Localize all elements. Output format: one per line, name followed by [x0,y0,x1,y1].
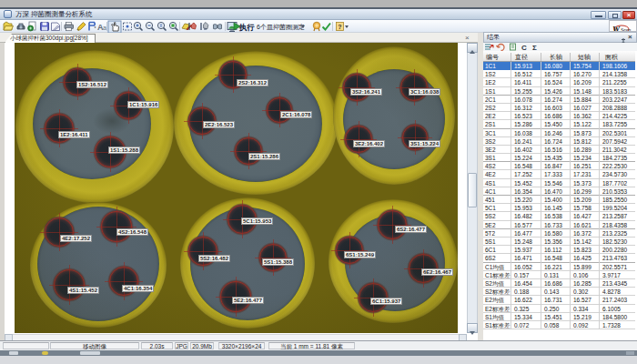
svg-text:a: a [103,25,106,31]
svg-text:W: W [612,25,621,32]
svg-text:6个皿抑菌圈测定: 6个皿抑菌圈测定 [257,24,305,31]
svg-text:执行: 执行 [238,23,255,32]
svg-text:?: ? [338,24,341,30]
